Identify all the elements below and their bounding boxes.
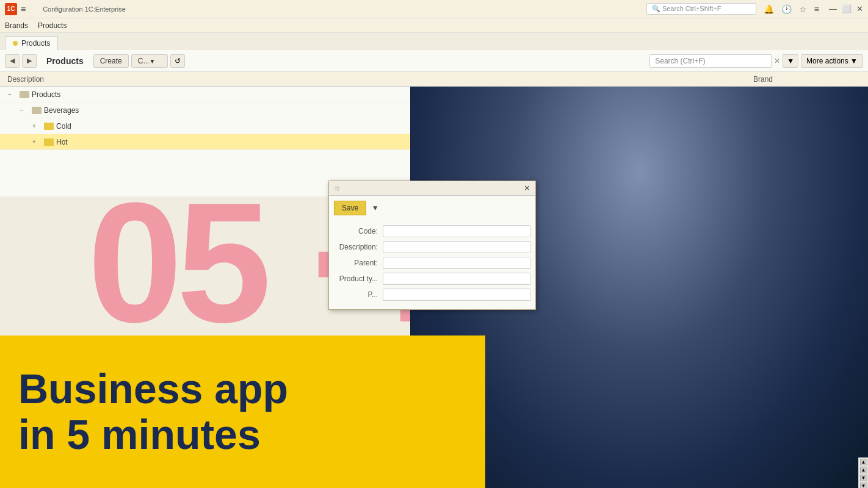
scrollbar-area: ▲ ▲ ▼ ▼	[858, 458, 868, 488]
brand-column-header: Brand	[746, 75, 868, 84]
search-clear-button[interactable]: ✕	[774, 57, 780, 65]
settings-icon[interactable]: ≡	[814, 4, 819, 14]
column-header: Description Brand	[0, 72, 868, 87]
product-type-input[interactable]	[383, 273, 530, 285]
scroll-up2-button[interactable]: ▲	[860, 467, 867, 473]
history-icon[interactable]: 🕐	[781, 4, 792, 14]
titlebar-icons: 🔔 🕐 ☆ ≡	[764, 4, 819, 14]
create-button[interactable]: Create	[93, 54, 129, 68]
star-icon[interactable]: ☆	[334, 184, 341, 193]
folder-icon	[32, 107, 42, 114]
search-placeholder: Search Ctrl+Shift+F	[662, 5, 722, 12]
tab-products[interactable]: Products	[5, 36, 58, 50]
app-logo: 1C	[5, 3, 17, 15]
bookmark-icon[interactable]: ☆	[799, 4, 807, 14]
tree-item-label: Beverages	[44, 106, 79, 115]
search-placeholder-text: Search (Ctrl+F)	[655, 57, 705, 65]
folder-icon	[44, 138, 54, 146]
expand-icon[interactable]: +	[29, 121, 39, 131]
tab-dot	[13, 41, 18, 46]
extra-label: P...	[334, 290, 383, 299]
tab-label: Products	[21, 39, 50, 48]
close-button[interactable]: ✕	[856, 4, 863, 13]
parent-label: Parent:	[334, 259, 383, 267]
search-go-button[interactable]: ▼	[783, 54, 798, 68]
dialog-titlebar: ☆ ✕	[329, 181, 535, 196]
save-button[interactable]: Save	[334, 201, 366, 215]
global-search[interactable]: 🔍 Search Ctrl+Shift+F	[646, 3, 756, 15]
refresh-button[interactable]: ↺	[170, 54, 185, 68]
expand-icon[interactable]: −	[17, 106, 27, 115]
yellow-banner: Business app in 5 minutes	[0, 336, 485, 488]
banner-line1: Business app	[18, 366, 467, 412]
search-input[interactable]: Search (Ctrl+F)	[649, 54, 772, 68]
expand-icon[interactable]: +	[29, 137, 39, 147]
tree-item-label: Products	[32, 90, 60, 99]
notification-icon[interactable]: 🔔	[764, 4, 774, 14]
page-title: Products	[46, 56, 84, 66]
code-input[interactable]	[383, 225, 530, 237]
scroll-down-button[interactable]: ▼	[860, 475, 867, 481]
tree-item-label: Cold	[56, 122, 71, 131]
forward-button[interactable]: ▶	[22, 54, 37, 68]
tree-item-label: Hot	[56, 138, 68, 146]
expand-icon[interactable]: −	[5, 90, 15, 99]
folder-icon	[44, 123, 54, 130]
search-icon: 🔍	[652, 5, 662, 12]
toolbar: ◀ ▶ Products Create C...▼ ↺ Search (Ctrl…	[0, 50, 868, 72]
main-container: 1C ≡ Configuration 1C:Enterprise 🔍 Searc…	[0, 0, 868, 488]
product-type-label: Product ty...	[334, 274, 383, 283]
parent-field-row: Parent:	[334, 257, 530, 269]
copy-button[interactable]: C...▼	[131, 54, 168, 68]
menu-item-brands[interactable]: Brands	[5, 21, 28, 30]
description-input[interactable]	[383, 241, 530, 253]
dialog-body: Save ▼ Code: Description: Parent: Produc…	[329, 196, 535, 309]
copy-label: C...	[138, 57, 150, 65]
dialog-close-button[interactable]: ✕	[524, 184, 530, 193]
product-type-field-row: Product ty...	[334, 273, 530, 285]
menu-icon: ≡	[21, 4, 26, 14]
code-label: Code:	[334, 227, 383, 235]
scroll-up-button[interactable]: ▲	[860, 459, 867, 465]
tab-bar: Products	[0, 33, 868, 50]
banner-line2: in 5 minutes	[18, 412, 467, 458]
folder-icon	[20, 91, 29, 98]
app-title: Configuration 1C:Enterprise	[43, 5, 646, 13]
scroll-down2-button[interactable]: ▼	[860, 483, 867, 488]
title-bar: 1C ≡ Configuration 1C:Enterprise 🔍 Searc…	[0, 0, 868, 18]
minimize-button[interactable]: —	[829, 4, 837, 13]
dialog-box: ☆ ✕ Save ▼ Code: Description: Parent: Pr…	[328, 181, 536, 310]
extra-field-row: P...	[334, 289, 530, 301]
description-column-header: Description	[0, 75, 746, 84]
banner-title: Business app in 5 minutes	[18, 366, 467, 458]
more-actions-button[interactable]: More actions ▼	[801, 54, 863, 68]
menu-item-products[interactable]: Products	[38, 21, 67, 30]
parent-input[interactable]	[383, 257, 530, 269]
description-field-row: Description:	[334, 241, 530, 253]
code-field-row: Code:	[334, 225, 530, 237]
extra-input[interactable]	[383, 289, 530, 301]
window-controls: — ⬜ ✕	[829, 4, 863, 13]
menu-bar: Brands Products	[0, 18, 868, 33]
maximize-button[interactable]: ⬜	[842, 4, 852, 13]
toolbar-search-area: Search (Ctrl+F) ✕ ▼ More actions ▼	[649, 54, 863, 68]
description-label: Description:	[334, 243, 383, 251]
back-button[interactable]: ◀	[5, 54, 20, 68]
